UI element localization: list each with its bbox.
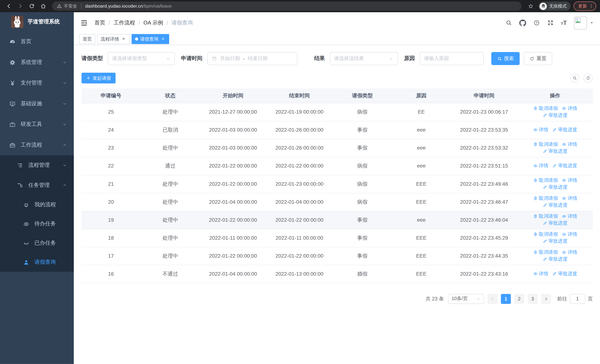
next-page-button[interactable]: [541, 294, 551, 304]
github-icon[interactable]: [519, 19, 526, 26]
action-detail[interactable]: 详情: [562, 141, 577, 148]
action-detail[interactable]: 详情: [562, 105, 577, 112]
font-size-icon[interactable]: TT: [561, 19, 567, 26]
apply-time-range-picker[interactable]: 开始日期 - 结束日期: [207, 52, 297, 65]
tab-close-icon[interactable]: ×: [121, 36, 126, 42]
table-tools: [570, 73, 593, 83]
action-detail[interactable]: 详情: [562, 213, 577, 220]
result-placeholder: 请选择流结果: [334, 55, 389, 62]
action-progress[interactable]: 审批进度: [543, 220, 568, 226]
action-cancel-leave[interactable]: 取消请假: [533, 213, 558, 220]
fullscreen-icon[interactable]: [547, 19, 553, 26]
user-icon: [23, 259, 29, 265]
browser-forward-icon[interactable]: [15, 1, 25, 11]
action-detail[interactable]: 详情: [562, 195, 577, 202]
search-button[interactable]: 搜索: [491, 52, 520, 65]
breadcrumb-separator: /: [138, 20, 140, 26]
page-button-2[interactable]: 2: [514, 294, 524, 304]
page-size-value: 10条/页: [451, 295, 468, 302]
action-progress[interactable]: 审批进度: [543, 112, 568, 118]
goto-page-input[interactable]: [570, 294, 585, 304]
sidebar-item-待办任务[interactable]: 待办任务: [0, 214, 74, 233]
dashboard-icon: [9, 38, 16, 45]
sidebar-item-请假查询[interactable]: 请假查询: [0, 253, 74, 272]
reason-input[interactable]: 请输入原因: [420, 52, 484, 65]
action-cancel-leave[interactable]: 取消请假: [533, 105, 558, 112]
result-select[interactable]: 请选择流结果: [330, 52, 398, 65]
action-cancel-leave[interactable]: 取消请假: [533, 231, 558, 238]
action-progress[interactable]: 审批进度: [543, 184, 568, 190]
browser-menu-icon[interactable]: [589, 3, 594, 9]
header-search-icon[interactable]: [505, 19, 512, 26]
page-size-select[interactable]: 10条/页: [448, 294, 484, 304]
breadcrumb-item[interactable]: 工作流程: [113, 19, 135, 26]
sidebar-item-我的流程[interactable]: 我的流程: [0, 195, 74, 214]
security-badge[interactable]: 不安全: [57, 3, 77, 9]
sidebar-item-工作流程[interactable]: 工作流程: [0, 135, 74, 156]
cell-status: 不通过: [141, 265, 200, 283]
page-button-3[interactable]: 3: [528, 294, 538, 304]
range-separator: -: [243, 56, 244, 61]
tab-close-icon[interactable]: ×: [160, 36, 166, 42]
avatar[interactable]: [574, 16, 587, 29]
sidebar-item-label: 请假查询: [35, 259, 67, 266]
page-button-1[interactable]: 1: [501, 294, 511, 304]
action-progress[interactable]: 审批进度: [543, 238, 568, 244]
action-cancel-leave[interactable]: 取消请假: [533, 195, 558, 202]
tab-请假查询[interactable]: 请假查询×: [131, 34, 169, 44]
address-bar[interactable]: 不安全 dashboard.yudao.iocoder.cn /bpm/oa/l…: [52, 1, 522, 11]
action-cancel-leave[interactable]: 取消请假: [533, 141, 558, 148]
cell-status: 处理中: [141, 139, 200, 157]
tab-流程详情[interactable]: 流程详情×: [97, 34, 130, 44]
user-menu[interactable]: [574, 16, 594, 29]
sidebar-item-label: 待办任务: [35, 220, 67, 227]
sidebar-item-流程管理[interactable]: 流程管理: [0, 155, 74, 175]
sidebar-collapse-icon[interactable]: [80, 19, 89, 27]
eye-icon: [562, 178, 566, 183]
action-cancel-leave[interactable]: 取消请假: [533, 249, 558, 256]
bookmark-star-icon[interactable]: [526, 1, 535, 11]
action-label: 取消请假: [539, 141, 558, 148]
action-progress[interactable]: 审批进度: [552, 271, 577, 277]
action-progress[interactable]: 审批进度: [543, 148, 568, 154]
tab-首页[interactable]: 首页: [79, 34, 95, 44]
leave-type-select[interactable]: 请选择请假类型: [108, 52, 175, 65]
action-progress[interactable]: 审批进度: [552, 163, 577, 169]
action-cancel-leave[interactable]: 取消请假: [533, 177, 558, 184]
cell-apply-time: 2022-01-22 23:46:47: [451, 193, 517, 211]
browser-reload-icon[interactable]: [27, 1, 37, 11]
action-detail[interactable]: 详情: [562, 177, 577, 184]
prev-page-button[interactable]: [488, 294, 497, 304]
action-detail[interactable]: 详情: [533, 127, 548, 133]
refresh-table-icon[interactable]: [583, 73, 593, 83]
action-progress[interactable]: 审批进度: [552, 127, 577, 133]
sidebar-item-任务管理[interactable]: 任务管理: [0, 175, 74, 195]
action-detail[interactable]: 详情: [533, 271, 548, 277]
sidebar-item-支付管理[interactable]: 支付管理: [0, 73, 74, 93]
browser-back-icon[interactable]: [4, 1, 14, 11]
sidebar-item-首页[interactable]: 首页: [0, 31, 74, 52]
sidebar-item-研发工具[interactable]: 研发工具: [0, 114, 74, 135]
sidebar-item-已办任务[interactable]: 已办任务: [0, 233, 74, 253]
show-search-icon[interactable]: [570, 73, 580, 83]
cell-leave-type: 病假: [333, 157, 392, 175]
table-row: 19处理中2022-01-22 00:00:002022-01-22 00:00…: [82, 211, 593, 229]
action-progress[interactable]: 审批进度: [543, 256, 568, 262]
breadcrumb-item[interactable]: OA 示例: [143, 19, 163, 26]
browser-update-button[interactable]: 更新: [574, 1, 596, 11]
cell-reason: EEE: [392, 175, 451, 193]
sidebar-item-基础设施[interactable]: 基础设施: [0, 93, 74, 114]
sidebar-item-系统管理[interactable]: 系统管理: [0, 52, 74, 73]
create-leave-button[interactable]: 发起请假: [82, 73, 116, 84]
breadcrumb-item[interactable]: 首页: [94, 19, 105, 26]
browser-home-icon[interactable]: [38, 1, 48, 11]
action-detail[interactable]: 详情: [562, 231, 577, 238]
cell-status: 已取消: [141, 121, 200, 139]
eye-icon: [562, 106, 566, 111]
help-icon[interactable]: ?: [533, 19, 540, 26]
action-detail[interactable]: 详情: [533, 163, 548, 169]
cell-start-time: 2022-01-03 00:00:00: [200, 139, 266, 157]
reset-button[interactable]: 重置: [524, 52, 552, 65]
action-progress[interactable]: 审批进度: [543, 202, 568, 208]
action-detail[interactable]: 详情: [562, 249, 577, 256]
